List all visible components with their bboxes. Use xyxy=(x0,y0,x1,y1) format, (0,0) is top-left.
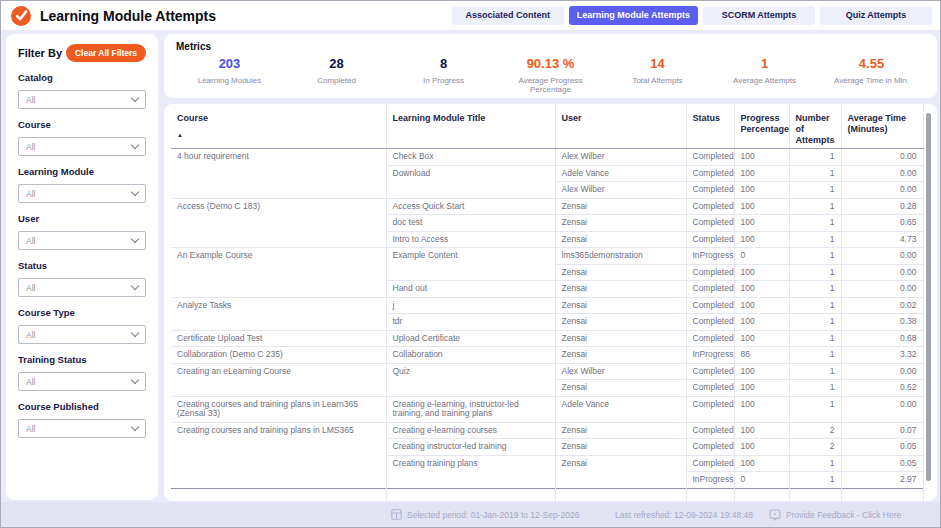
filter-dropdown-user[interactable]: All xyxy=(18,231,146,250)
cell-status: Completed xyxy=(686,380,734,397)
filter-dropdown-course-published[interactable]: All xyxy=(18,419,146,438)
cell-progress: 100 xyxy=(734,198,789,215)
filter-label: User xyxy=(18,213,146,224)
tab-quiz-attempts[interactable]: Quiz Attempts xyxy=(820,6,932,25)
cell-progress: 100 xyxy=(734,422,789,439)
column-header-number-of-attempts[interactable]: Number of Attempts xyxy=(789,104,841,149)
table-row[interactable]: Collaboration (Demo C 235)CollaborationZ… xyxy=(171,347,923,364)
table-header: Course▲Learning Module TitleUserStatusPr… xyxy=(171,104,923,149)
column-header-course[interactable]: Course▲ xyxy=(171,104,386,149)
table-row[interactable]: Creating an eLearning CourseQuizAlex Wil… xyxy=(171,363,923,380)
table-row[interactable]: Hand outZensaiCompleted10010.00 xyxy=(171,281,923,298)
cell-module: Creating training plans xyxy=(386,455,555,472)
metrics-row: 203Learning Modules28Completed8In Progre… xyxy=(176,56,925,94)
metrics-title: Metrics xyxy=(176,41,925,52)
status-bar: Selected period: 01-Jan-2019 to 12-Sep-2… xyxy=(1,502,940,527)
cell-course xyxy=(171,264,386,281)
dropdown-value: All xyxy=(26,142,35,152)
table-row[interactable]: Access (Demo C 183)Access Quick StartZen… xyxy=(171,198,923,215)
filter-dropdown-training-status[interactable]: All xyxy=(18,372,146,391)
tab-associated-content[interactable]: Associated Content xyxy=(452,6,564,25)
metric-value: 28 xyxy=(283,56,390,71)
table-row[interactable]: An Example CourseExample Contentlms365de… xyxy=(171,248,923,265)
chevron-down-icon xyxy=(131,282,139,290)
filter-group-user: UserAll xyxy=(18,213,146,250)
clear-all-filters-button[interactable]: Clear All Filters xyxy=(66,44,146,62)
table-row[interactable]: doc testZensaiCompleted10010.65 xyxy=(171,215,923,232)
table-row[interactable]: Intro to AccessZensaiCompleted10014.73 xyxy=(171,231,923,248)
tab-bar: Associated ContentLearning Module Attemp… xyxy=(452,6,932,25)
table-row[interactable]: DownloadAdele VanceCompleted10010.00 xyxy=(171,165,923,182)
feedback-link[interactable]: Provide Feedback - Click Here xyxy=(769,502,901,527)
cell-user: Zensai xyxy=(555,455,686,472)
column-header-status[interactable]: Status xyxy=(686,104,734,149)
filter-dropdown-catalog[interactable]: All xyxy=(18,90,146,109)
cell-module: j xyxy=(386,297,555,314)
filter-dropdown-status[interactable]: All xyxy=(18,278,146,297)
dropdown-value: All xyxy=(26,189,35,199)
cell-progress: 100 xyxy=(734,149,789,166)
column-header-average-time-minutes[interactable]: Average Time (Minutes) xyxy=(841,104,923,149)
filter-dropdown-course[interactable]: All xyxy=(18,137,146,156)
cell-user: Zensai xyxy=(555,439,686,456)
filter-dropdown-course-type[interactable]: All xyxy=(18,325,146,344)
table-row[interactable]: Creating courses and training plans in L… xyxy=(171,422,923,439)
table-row[interactable]: Analyze TasksjZensaiCompleted10010.02 xyxy=(171,297,923,314)
cell-avg-time: 0.07 xyxy=(841,422,923,439)
cell-status: Completed xyxy=(686,455,734,472)
table-row[interactable]: Creating courses and training plans in L… xyxy=(171,396,923,422)
dropdown-value: All xyxy=(26,283,35,293)
cell-attempts: 1 xyxy=(789,248,841,265)
metric-label: Average Attempts xyxy=(711,76,818,85)
cell-user: lms365demonstration xyxy=(555,248,686,265)
cell-module: Access Quick Start xyxy=(386,198,555,215)
chevron-down-icon xyxy=(131,329,139,337)
tab-learning-module-attempts[interactable]: Learning Module Attempts xyxy=(569,6,698,25)
table-row[interactable]: ZensaiCompleted10010.62 xyxy=(171,380,923,397)
table-row[interactable]: 4 hour requirementCheck BoxAlex WilberCo… xyxy=(171,149,923,166)
table-row[interactable]: InProgress012.97 xyxy=(171,472,923,489)
dropdown-value: All xyxy=(26,424,35,434)
cell-module: Upload Certificate xyxy=(386,330,555,347)
cell-user: Zensai xyxy=(555,347,686,364)
cell-user xyxy=(555,472,686,489)
cell-module: Intro to Access xyxy=(386,231,555,248)
vertical-scrollbar-thumb[interactable] xyxy=(926,113,931,481)
tab-scorm-attempts[interactable]: SCORM Attempts xyxy=(703,6,815,25)
cell-module: Creating e-learning courses xyxy=(386,422,555,439)
column-header-learning-module-title[interactable]: Learning Module Title xyxy=(386,104,555,149)
table-row[interactable]: ZensaiCompleted10010.00 xyxy=(171,264,923,281)
cell-course: Creating courses and training plans in L… xyxy=(171,396,386,422)
column-header-progress-percentage[interactable]: Progress Percentage xyxy=(734,104,789,149)
cell-attempts: 1 xyxy=(789,380,841,397)
column-header-user[interactable]: User xyxy=(555,104,686,149)
table-row[interactable]: Creating training plansZensaiCompleted10… xyxy=(171,455,923,472)
cell-progress: 100 xyxy=(734,314,789,331)
cell-user: Alex Wilber xyxy=(555,149,686,166)
table-row[interactable]: Alex WilberCompleted10010.00 xyxy=(171,182,923,199)
filter-dropdown-learning-module[interactable]: All xyxy=(18,184,146,203)
chevron-down-icon xyxy=(131,376,139,384)
cell-module: Example Content xyxy=(386,248,555,265)
cell-status: Completed xyxy=(686,165,734,182)
cell-progress: 100 xyxy=(734,182,789,199)
table-row[interactable]: Creating instructor-led trainingZensaiCo… xyxy=(171,439,923,456)
metric-in-progress: 8In Progress xyxy=(390,56,497,94)
cell-progress: 0 xyxy=(734,248,789,265)
cell-attempts: 1 xyxy=(789,182,841,199)
cell-attempts: 1 xyxy=(789,215,841,232)
table-row[interactable]: tdrZensaiCompleted10010.38 xyxy=(171,314,923,331)
cell-attempts: 1 xyxy=(789,297,841,314)
table-row[interactable]: Certificate Upload TestUpload Certificat… xyxy=(171,330,923,347)
cell-module xyxy=(386,380,555,397)
cell-course: Access (Demo C 183) xyxy=(171,198,386,215)
metric-label: Average Time in Min. xyxy=(818,76,925,85)
cell-status: InProgress xyxy=(686,248,734,265)
cell-status: Completed xyxy=(686,182,734,199)
cell-progress: 100 xyxy=(734,215,789,232)
cell-avg-time: 0.00 xyxy=(841,281,923,298)
cell-attempts: 1 xyxy=(789,455,841,472)
cell-progress: 100 xyxy=(734,231,789,248)
cell-progress: 100 xyxy=(734,380,789,397)
cell-progress: 100 xyxy=(734,165,789,182)
